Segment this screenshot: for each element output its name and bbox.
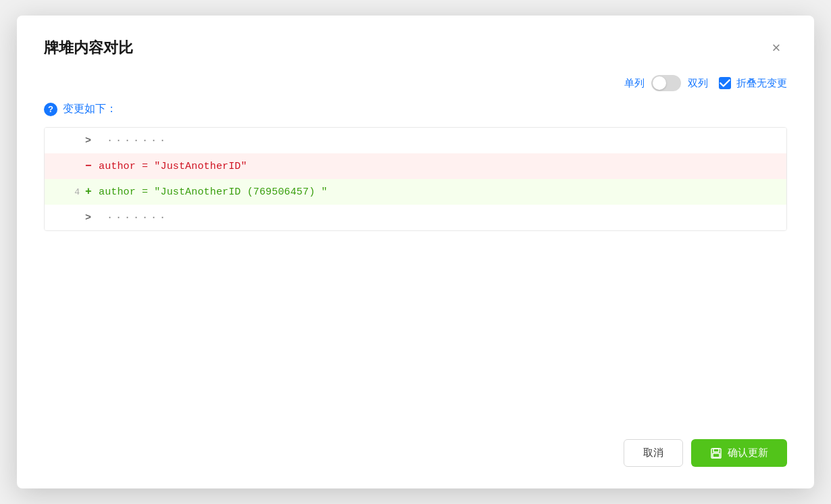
diff-code-2: author = "JustAnotherID" xyxy=(99,161,247,172)
changes-title: 变更如下： xyxy=(63,102,117,116)
single-col-label: 单列 xyxy=(624,77,645,90)
changes-section: ? 变更如下： > ······· − author = "JustAnothe… xyxy=(44,102,787,231)
confirm-icon xyxy=(710,447,722,459)
help-icon-text: ? xyxy=(48,104,53,114)
diff-sign-4: > xyxy=(85,212,99,224)
confirm-button[interactable]: 确认更新 xyxy=(691,439,787,467)
collapse-checkbox-group[interactable]: 折叠无变更 xyxy=(719,77,787,90)
cancel-button[interactable]: 取消 xyxy=(624,439,683,467)
diff-num-3: 4 xyxy=(55,187,80,197)
diff-line-3: 4 + author = "JustAnotherID (769506457) … xyxy=(45,179,786,205)
diff-sign-1: > xyxy=(85,135,99,147)
help-icon: ? xyxy=(44,103,57,116)
collapse-label: 折叠无变更 xyxy=(736,77,787,90)
diff-line-2: − author = "JustAnotherID" xyxy=(45,153,786,179)
dialog: 牌堆内容对比 × 单列 双列 折叠无变更 ? 变更如下： xyxy=(17,16,814,488)
diff-line-4: > ······· xyxy=(45,205,786,230)
toggle-track xyxy=(651,75,681,91)
diff-dots-1: ······· xyxy=(107,135,168,147)
view-toggle-switch[interactable] xyxy=(651,75,681,91)
dialog-header: 牌堆内容对比 × xyxy=(44,37,787,59)
close-button[interactable]: × xyxy=(765,37,787,59)
diff-line-1: > ······· xyxy=(45,128,786,153)
diff-dots-4: ······· xyxy=(107,212,168,224)
confirm-label: 确认更新 xyxy=(728,447,768,459)
changes-header: ? 变更如下： xyxy=(44,102,787,116)
diff-container: > ······· − author = "JustAnotherID" 4 +… xyxy=(44,127,787,231)
diff-sign-2: − xyxy=(85,160,99,172)
svg-rect-2 xyxy=(713,453,720,457)
collapse-checkbox[interactable] xyxy=(719,77,731,89)
double-col-label: 双列 xyxy=(688,77,708,90)
view-toggle-group: 单列 双列 xyxy=(624,75,708,91)
diff-code-3: author = "JustAnotherID (769506457) " xyxy=(99,186,328,198)
diff-sign-3: + xyxy=(85,186,99,198)
svg-rect-1 xyxy=(713,449,719,452)
footer: 取消 确认更新 xyxy=(44,439,787,467)
controls-row: 单列 双列 折叠无变更 xyxy=(44,75,787,91)
dialog-title: 牌堆内容对比 xyxy=(44,38,133,58)
